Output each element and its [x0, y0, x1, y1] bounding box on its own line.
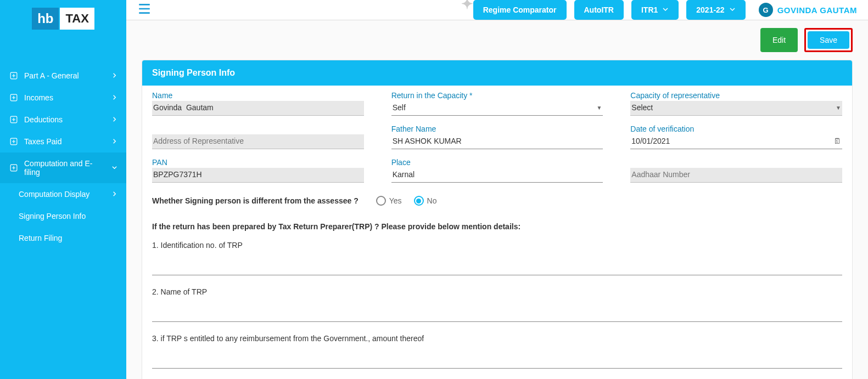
father-name-input[interactable]	[391, 134, 603, 149]
trp-q1-label: 1. Identification no. of TRP	[152, 241, 842, 250]
new-badge-icon: ✦	[461, 0, 473, 13]
field-pan: PAN	[152, 158, 364, 183]
chevron-right-icon	[111, 137, 117, 146]
btn-label: ITR1	[641, 5, 658, 14]
radio-label: Yes	[389, 196, 402, 205]
trp-id-input[interactable]	[152, 254, 842, 275]
plus-box-icon	[10, 94, 18, 101]
chevron-right-icon	[111, 93, 117, 102]
question-text: Whether Signing person is different from…	[152, 196, 359, 205]
nav-taxes-paid[interactable]: Taxes Paid	[0, 131, 126, 152]
logo-tax: TAX	[60, 8, 94, 30]
save-highlight: Save	[804, 28, 853, 52]
field-date-verification: Date of verification 10/01/2021 🗓	[630, 125, 842, 149]
chevron-down-icon	[662, 5, 669, 14]
save-button[interactable]: Save	[808, 31, 849, 49]
nav-incomes[interactable]: Incomes	[0, 87, 126, 109]
field-father-name: Father Name	[391, 125, 603, 149]
radio-yes[interactable]: Yes	[376, 196, 402, 206]
radio-button-icon	[414, 196, 424, 206]
field-name: Name	[152, 91, 364, 116]
field-return-capacity: Return in the Capacity * Self ▼	[391, 91, 603, 116]
topbar: ✦ Regime Comparator AutoITR ITR1 2021-22…	[126, 0, 868, 20]
action-row: Edit Save	[126, 20, 868, 52]
regime-comparator-button[interactable]: ✦ Regime Comparator	[473, 0, 567, 20]
chevron-right-icon	[111, 71, 117, 80]
field-label: Return in the Capacity *	[391, 91, 603, 100]
logo[interactable]: hb TAX	[0, 0, 126, 37]
nav-label: Signing Person Info	[19, 212, 86, 220]
chevron-right-icon	[111, 190, 117, 199]
select-value: Self	[393, 103, 406, 112]
field-label: Father Name	[391, 125, 603, 133]
pan-input[interactable]	[152, 168, 364, 183]
name-input[interactable]	[152, 101, 364, 116]
plus-box-icon	[10, 116, 18, 123]
plus-box-icon	[10, 138, 18, 145]
radio-label: No	[427, 196, 437, 205]
date-value: 10/01/2021	[631, 137, 670, 145]
nav-computation-display[interactable]: Computation Display	[0, 183, 126, 205]
trp-name-input[interactable]	[152, 301, 842, 322]
field-label: Name	[152, 91, 364, 100]
nav-return-filing[interactable]: Return Filing	[0, 227, 126, 249]
nav-label: Incomes	[24, 93, 53, 102]
date-verification-input[interactable]: 10/01/2021 🗓	[630, 134, 842, 149]
plus-box-icon	[10, 72, 18, 80]
plus-box-icon	[10, 164, 18, 172]
nav-label: Computation and E-filing	[24, 159, 96, 177]
nav-label: Part A - General	[24, 71, 79, 80]
edit-button[interactable]: Edit	[760, 28, 798, 52]
field-label: PAN	[152, 158, 364, 167]
nav-label: Deductions	[24, 115, 63, 124]
dropdown-icon: ▼	[596, 105, 602, 111]
nav-signing-person-info[interactable]: Signing Person Info	[0, 205, 126, 227]
trp-title: If the return has been prepared by Tax R…	[152, 222, 842, 231]
hamburger-menu-icon[interactable]	[137, 2, 152, 18]
nav-label: Return Filing	[19, 234, 62, 242]
rep-capacity-select[interactable]: Select ▼	[630, 101, 842, 116]
signing-person-card: Signing Person Info Name Return in the C…	[142, 60, 853, 379]
btn-label: 2021-22	[696, 5, 724, 14]
dropdown-icon: ▼	[836, 105, 841, 111]
field-rep-capacity: Capacity of representative Select ▼	[630, 91, 842, 116]
btn-label: AutoITR	[584, 5, 614, 14]
rep-address-input[interactable]	[152, 134, 364, 149]
nav-deductions[interactable]: Deductions	[0, 109, 126, 131]
avatar: G	[759, 3, 773, 17]
trp-q3-label: 3. if TRP s entitled to any reimbursemen…	[152, 334, 842, 343]
radio-no[interactable]: No	[414, 196, 437, 206]
calendar-icon: 🗓	[833, 137, 841, 145]
nav-label: Taxes Paid	[24, 137, 61, 146]
field-place: Place	[391, 158, 603, 183]
nav-part-a-general[interactable]: Part A - General	[0, 65, 126, 87]
trp-section: If the return has been prepared by Tax R…	[152, 222, 842, 379]
field-rep-address	[152, 125, 364, 149]
chevron-down-icon	[111, 163, 117, 172]
nav-label: Computation Display	[19, 190, 89, 199]
place-input[interactable]	[391, 168, 603, 183]
field-label	[630, 158, 842, 167]
user-name: GOVINDA GAUTAM	[777, 5, 857, 15]
field-label	[152, 125, 364, 133]
user-menu[interactable]: G GOVINDA GAUTAM	[759, 3, 857, 17]
main: ✦ Regime Comparator AutoITR ITR1 2021-22…	[126, 0, 868, 379]
trp-q2-label: 2. Name of TRP	[152, 287, 842, 296]
signing-different-question: Whether Signing person is different from…	[152, 196, 842, 206]
field-aadhaar	[630, 158, 842, 183]
logo-hb: hb	[32, 8, 59, 30]
card-title: Signing Person Info	[142, 60, 852, 86]
field-label: Date of verification	[630, 125, 842, 133]
itr-select[interactable]: ITR1	[631, 0, 679, 20]
autoitr-button[interactable]: AutoITR	[574, 0, 624, 20]
return-capacity-select[interactable]: Self ▼	[391, 101, 603, 116]
nav: Part A - General Incomes Deductions Taxe…	[0, 37, 126, 249]
select-value: Select	[631, 103, 653, 112]
aadhaar-input[interactable]	[630, 168, 842, 183]
trp-reimbursement-input[interactable]	[152, 347, 842, 369]
chevron-down-icon	[729, 5, 736, 14]
radio-button-icon	[376, 196, 386, 206]
year-select[interactable]: 2021-22	[686, 0, 745, 20]
nav-computation-efiling[interactable]: Computation and E-filing	[0, 152, 126, 183]
field-label: Capacity of representative	[630, 91, 842, 100]
